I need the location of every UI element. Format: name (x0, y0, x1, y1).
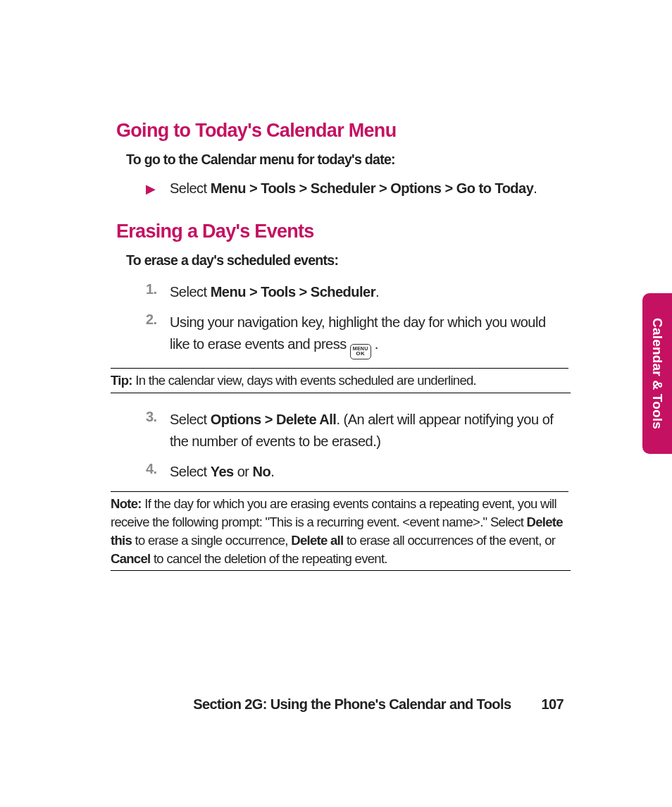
step-number: 4. (146, 461, 170, 483)
divider (111, 368, 568, 369)
page-number: 107 (541, 696, 564, 712)
step-body: Select Yes or No. (170, 461, 274, 483)
list-item: 1. Select Menu > Tools > Scheduler. (146, 281, 564, 303)
heading-going-to-today: Going to Today's Calendar Menu (116, 120, 564, 142)
lead-text-1: To go to the Calendar menu for today's d… (126, 152, 564, 168)
bullet-text: Select Menu > Tools > Scheduler > Option… (170, 180, 537, 197)
note-label: Note: (111, 496, 142, 511)
heading-erasing-events: Erasing a Day's Events (116, 221, 564, 242)
menu-ok-key-icon: MENU OK (350, 344, 371, 359)
tip-label: Tip: (111, 373, 132, 388)
page-footer: Section 2G: Using the Phone's Calendar a… (0, 696, 564, 713)
step-number: 3. (146, 409, 170, 452)
tip-callout: Tip: In the calendar view, days with eve… (111, 370, 571, 393)
list-item: 4. Select Yes or No. (146, 461, 564, 483)
step-body: Select Options > Delete All. (An alert w… (170, 409, 564, 452)
step-number: 1. (146, 281, 170, 303)
step-number: 2. (146, 312, 170, 359)
ordered-list: 1. Select Menu > Tools > Scheduler. 2. U… (146, 281, 564, 359)
step-body: Select Menu > Tools > Scheduler. (170, 281, 379, 303)
list-item: 2. Using your navigation key, highlight … (146, 312, 564, 359)
page-content: Going to Today's Calendar Menu To go to … (116, 120, 564, 586)
footer-section-title: Section 2G: Using the Phone's Calendar a… (193, 696, 511, 712)
side-tab-calendar-tools: Calendar & Tools (642, 293, 672, 454)
note-callout: Note: If the day for which you are erasi… (111, 493, 571, 572)
bullet-item: ▶ Select Menu > Tools > Scheduler > Opti… (146, 180, 564, 197)
lead-text-2: To erase a day's scheduled events: (126, 252, 564, 269)
triangle-bullet-icon: ▶ (146, 180, 170, 197)
side-tab-label: Calendar & Tools (649, 318, 665, 429)
ordered-list-cont: 3. Select Options > Delete All. (An aler… (146, 409, 564, 483)
divider (111, 491, 568, 492)
step-body: Using your navigation key, highlight the… (170, 312, 564, 359)
list-item: 3. Select Options > Delete All. (An aler… (146, 409, 564, 452)
